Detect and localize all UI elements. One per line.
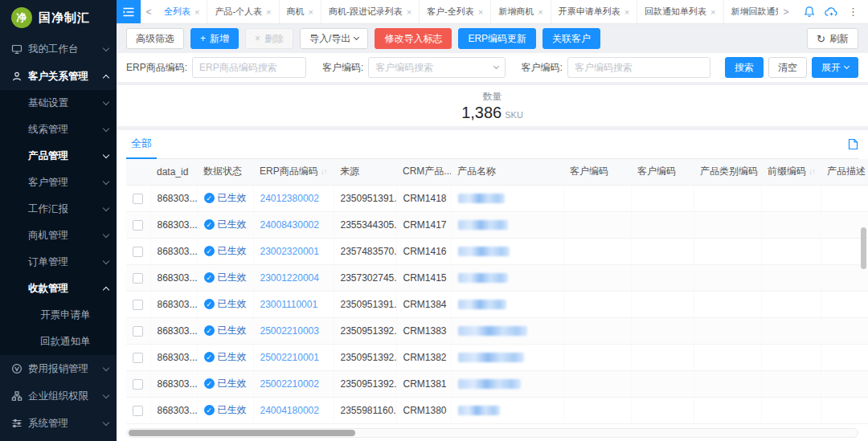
sidebar-item-expense[interactable]: 费用报销管理	[0, 355, 117, 382]
sidebar-item-leads[interactable]: 线索管理	[0, 116, 117, 143]
close-icon[interactable]: ×	[538, 7, 542, 17]
import-export-button[interactable]: 导入/导出	[300, 28, 368, 49]
sidebar-item-collections[interactable]: 收款管理	[0, 276, 117, 302]
sort-icon[interactable]: ↓↑	[321, 167, 327, 176]
cell-source: 2357302745...	[334, 264, 396, 291]
tab-new-opportunity[interactable]: 新增商机 ×	[491, 0, 551, 23]
tab-label: 新增商机	[498, 6, 534, 18]
erp-code-link[interactable]: 24008430002	[260, 219, 319, 231]
sidebar-item-system[interactable]: 系统管理	[0, 410, 117, 437]
cell-erp-code: 23002320001	[253, 238, 334, 264]
erp-code-link[interactable]: 25002210002	[260, 378, 319, 390]
row-checkbox[interactable]	[133, 326, 143, 337]
table-row[interactable]: 868303... ✓已生效 25002210003 2350951392...…	[126, 317, 868, 344]
header-crm-product[interactable]: CRM产品...↓↑	[396, 159, 451, 185]
close-icon[interactable]: ×	[478, 7, 483, 17]
erp-code-link[interactable]: 25002210001	[260, 352, 319, 363]
erp-code-link[interactable]: 23002320001	[260, 246, 319, 257]
table-row[interactable]: 868303... ✓已生效 24008430002 2355344305...…	[126, 211, 868, 238]
row-checkbox[interactable]	[133, 379, 143, 390]
row-checkbox[interactable]	[133, 194, 143, 204]
table-row[interactable]: 868303... ✓已生效 24004180002 2355981160...…	[126, 397, 868, 423]
sort-icon[interactable]: ↓↑	[809, 167, 815, 176]
close-icon[interactable]: ×	[266, 7, 271, 17]
cell-product-desc	[821, 344, 868, 370]
erp-code-link[interactable]: 23001110001	[260, 299, 318, 310]
sidebar-item-crm[interactable]: 客户关系管理	[0, 63, 117, 90]
header-prefix-code[interactable]: 前缀编码↓↑	[761, 159, 821, 185]
tab-all[interactable]: 全部	[126, 130, 157, 159]
bell-icon[interactable]	[804, 6, 815, 18]
erp-code-link[interactable]: 24004180002	[260, 405, 319, 416]
close-icon[interactable]: ×	[624, 7, 629, 17]
horizontal-scrollbar-thumb[interactable]	[129, 430, 355, 436]
menu-collapse-button[interactable]	[117, 0, 141, 23]
tab-full-list[interactable]: 全列表 ×	[157, 0, 207, 23]
sidebar-item-products[interactable]: 产品管理	[0, 143, 117, 169]
tabs-scroll-left[interactable]: <	[141, 0, 157, 23]
row-checkbox[interactable]	[133, 353, 143, 363]
row-checkbox[interactable]	[133, 406, 143, 416]
close-icon[interactable]: ×	[710, 7, 715, 17]
row-checkbox[interactable]	[133, 300, 143, 310]
table-row[interactable]: 868303... ✓已生效 23001110001 2350951391...…	[126, 291, 868, 317]
horizontal-scrollbar[interactable]	[126, 428, 858, 438]
cell-crm-product: CRM1380	[396, 397, 451, 423]
cell-source: 2350951392...	[334, 344, 396, 370]
close-icon[interactable]: ×	[407, 7, 411, 17]
table-row[interactable]: 868303... ✓已生效 23002320001 2357483570...…	[126, 238, 868, 264]
expand-button[interactable]: 展开	[812, 57, 858, 78]
table-row[interactable]: 868303... ✓已生效 23001220004 2357302745...…	[126, 264, 868, 291]
close-icon[interactable]: ×	[309, 7, 313, 17]
cell-erp-code: 24008430002	[253, 211, 334, 238]
close-icon[interactable]: ×	[194, 7, 199, 17]
delete-button[interactable]: × 删除	[245, 28, 293, 49]
refresh-button[interactable]: ↻ 刷新	[807, 28, 858, 49]
search-button[interactable]: 搜索	[725, 57, 764, 78]
erp-code-input[interactable]	[192, 57, 306, 78]
erp-code-link[interactable]: 24012380002	[260, 193, 319, 204]
erp-code-link[interactable]: 25002210003	[260, 325, 319, 337]
sidebar-item-opportunity[interactable]: 商机管理	[0, 223, 117, 249]
tab-opportunity[interactable]: 商机 ×	[280, 0, 321, 23]
export-document-icon[interactable]	[848, 138, 858, 150]
sidebar-item-org-permissions[interactable]: 企业组织权限	[0, 382, 117, 410]
tabs-scroll-right[interactable]: >	[778, 0, 794, 23]
tab-opportunity-followups[interactable]: 商机-跟进记录列表 ×	[321, 0, 420, 23]
sidebar-item-payment-notice[interactable]: 回款通知单	[0, 329, 117, 355]
clear-button[interactable]: 清空	[768, 57, 807, 78]
header-erp-code[interactable]: ERP商品编码↓↑	[253, 159, 334, 185]
erp-code-update-button[interactable]: ERP编码更新	[458, 28, 536, 49]
sidebar-item-basic-settings[interactable]: 基础设置	[0, 90, 117, 116]
erp-code-link[interactable]: 23001220004	[260, 272, 319, 284]
sidebar-item-work-report[interactable]: 工作汇报	[0, 196, 117, 223]
customer-code-select[interactable]: 客户编码搜索	[368, 57, 505, 78]
sidebar-item-workbench[interactable]: 我的工作台	[0, 35, 117, 63]
cell-prefix-code	[761, 291, 821, 317]
row-checkbox[interactable]	[133, 220, 143, 231]
customer-code-input[interactable]	[567, 57, 710, 78]
table-row[interactable]: 868303... ✓已生效 25002210002 2350951392...…	[126, 370, 868, 397]
button-label: 清空	[778, 61, 797, 75]
row-checkbox[interactable]	[133, 273, 143, 284]
advanced-filter-button[interactable]: 高级筛选	[126, 28, 184, 49]
more-menu-icon[interactable]: ⋮	[848, 6, 858, 18]
row-checkbox[interactable]	[133, 247, 143, 257]
vertical-scrollbar-thumb[interactable]	[861, 227, 866, 269]
app-root: 净 国净制汇 我的工作台 客户关系管理 基础设置 线索管理 产品管理	[0, 0, 868, 441]
tab-customer-full-list[interactable]: 客户-全列表 ×	[420, 0, 491, 23]
sidebar-item-invoice-request[interactable]: 开票申请单	[0, 302, 117, 329]
add-button[interactable]: + 新增	[190, 28, 239, 49]
tab-payment-notice-list[interactable]: 回款通知单列表 ×	[637, 0, 723, 23]
cloud-sync-icon[interactable]	[825, 6, 838, 18]
sidebar-item-customers[interactable]: 客户管理	[0, 169, 117, 196]
modify-import-flag-button[interactable]: 修改导入标志	[375, 28, 452, 49]
table-row[interactable]: 868303... ✓已生效 25002210001 2350951392...…	[126, 344, 868, 370]
sidebar-item-orders[interactable]: 订单管理	[0, 249, 117, 276]
tab-product-personal[interactable]: 产品-个人表 ×	[207, 0, 279, 23]
tab-new-payment-notice[interactable]: 新增回款通知单 ×	[724, 0, 778, 23]
link-customer-button[interactable]: 关联客户	[542, 28, 600, 49]
table-row[interactable]: 868303... ✓已生效 24012380002 2350951391...…	[126, 185, 868, 211]
cell-checkbox	[126, 317, 150, 344]
tab-invoice-request-list[interactable]: 开票申请单列表 ×	[551, 0, 637, 23]
